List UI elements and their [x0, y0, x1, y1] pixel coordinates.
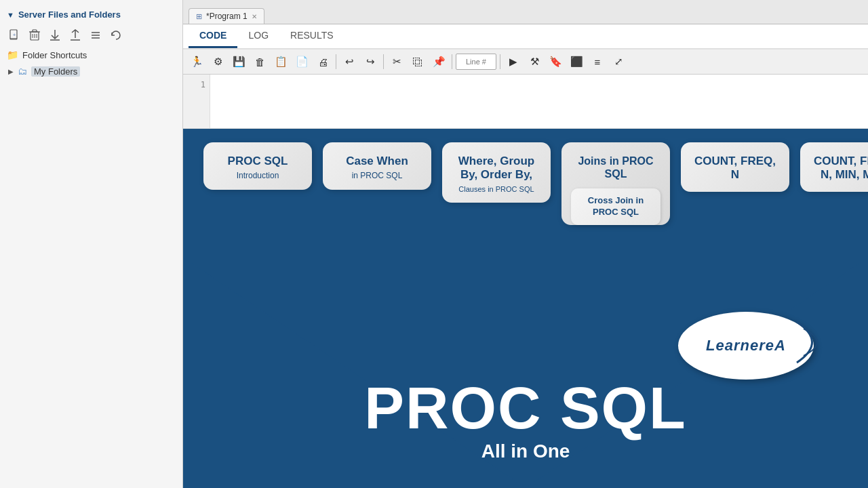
my-folders[interactable]: ▶ 🗂 My Folders [0, 63, 182, 79]
format-button[interactable]: 📄 [292, 52, 311, 71]
card-joins: Joins in PROC SQL Cross Join in PROC SQL [561, 142, 670, 225]
sidebar-header[interactable]: ▼ Server Files and Folders [0, 5, 182, 24]
options-button[interactable]: ⚙ [208, 52, 227, 71]
card-joins-subcard-title: Cross Join in PROC SQL [576, 195, 655, 218]
program-tab[interactable]: ⊞ *Program 1 ✕ [189, 8, 264, 24]
card-proc-sql-intro-title: PROC SQL [228, 155, 288, 168]
paste-button[interactable]: 📌 [429, 52, 448, 71]
sidebar-arrow-icon: ▼ [7, 11, 14, 19]
card-case-when-subtitle: in PROC SQL [352, 171, 403, 180]
tab-close-button[interactable]: ✕ [252, 13, 257, 20]
undo-button[interactable]: ↩ [340, 52, 359, 71]
line-input[interactable] [456, 54, 496, 70]
expand-icon: ▶ [8, 68, 14, 75]
toolbar-separator-3 [452, 54, 452, 69]
promo-subtitle: All in One [481, 441, 570, 462]
card-where-group: Where, Group By, Order By, Clauses in PR… [442, 142, 551, 203]
tab-label: *Program 1 [206, 12, 248, 21]
main-area: ⊞ *Program 1 ✕ CODE LOG RESULTS 🏃 ⚙ 💾 🗑 … [183, 0, 868, 488]
cut-button[interactable]: ✂ [387, 52, 406, 71]
new-file-button[interactable]: + [5, 26, 23, 44]
upload-button[interactable] [66, 26, 84, 44]
card-joins-subcard: Cross Join in PROC SQL [571, 188, 660, 225]
align-button[interactable]: ≡ [588, 52, 607, 71]
my-folders-icon: 🗂 [18, 66, 27, 77]
card-count-freq: COUNT, FREQ, N [681, 142, 789, 192]
line-number-1: 1 [183, 77, 205, 92]
toolbar-separator-1 [336, 54, 336, 69]
logo-ellipse: LearnereA [678, 312, 814, 380]
toolbar-separator-4 [500, 54, 500, 69]
folder-shortcuts[interactable]: 📁 Folder Shortcuts [0, 47, 182, 63]
promo-title: PROC SQL [364, 378, 687, 438]
folder-shortcuts-label: Folder Shortcuts [22, 50, 87, 60]
cards-row: PROC SQL Introduction Case When in PROC … [183, 129, 868, 225]
logo-area: LearnereA [678, 312, 814, 380]
tab-bar: ⊞ *Program 1 ✕ [183, 0, 868, 24]
tab-results[interactable]: RESULTS [279, 24, 344, 48]
card-count-freq-title: COUNT, FREQ, N [690, 155, 780, 182]
clear-button[interactable]: 🗑 [250, 52, 269, 71]
toolbar-separator-2 [383, 54, 384, 69]
download-button[interactable] [46, 26, 64, 44]
tools-button[interactable]: ⚒ [525, 52, 544, 71]
code-editor: 1 [183, 75, 868, 129]
line-numbers: 1 [183, 75, 210, 128]
folder-shortcuts-icon: 📁 [7, 49, 18, 60]
my-folders-label: My Folders [31, 66, 80, 77]
card-proc-sql-intro-subtitle: Introduction [237, 171, 279, 180]
delete-button[interactable] [26, 26, 43, 44]
redo-button[interactable]: ↪ [361, 52, 380, 71]
tab-log[interactable]: LOG [237, 24, 279, 48]
code-area[interactable] [210, 75, 868, 128]
list-view-button[interactable] [87, 26, 104, 44]
expand-button[interactable]: ⤢ [609, 52, 628, 71]
card-where-group-note: Clauses in PROC SQL [458, 185, 534, 193]
svg-text:+: + [13, 32, 16, 38]
card-joins-title: Joins in PROC SQL [571, 155, 660, 180]
promo-area: PROC SQL Introduction Case When in PROC … [183, 129, 868, 488]
card-count-freq-min: COUNT, FREQ, N, MIN, MAX [800, 142, 868, 192]
card-count-freq-min-title: COUNT, FREQ, N, MIN, MAX [810, 155, 868, 182]
sidebar-header-label: Server Files and Folders [18, 9, 121, 20]
tab-code[interactable]: CODE [189, 24, 237, 48]
view-tabs: CODE LOG RESULTS [183, 24, 868, 49]
bookmark-button[interactable]: 🔖 [546, 52, 565, 71]
copy-button[interactable]: ⿻ [408, 52, 427, 71]
marker-button[interactable]: ⬛ [567, 52, 586, 71]
card-case-when-title: Case When [346, 155, 408, 168]
refresh-button[interactable] [107, 26, 125, 44]
run-button[interactable]: 🏃 [187, 52, 206, 71]
clipboard-button[interactable]: 📋 [271, 52, 290, 71]
print-button[interactable]: 🖨 [313, 52, 332, 71]
save-button[interactable]: 💾 [229, 52, 248, 71]
tab-icon: ⊞ [196, 12, 202, 21]
card-where-group-title: Where, Group By, Order By, [452, 155, 541, 182]
svg-rect-5 [33, 30, 37, 32]
card-proc-sql-intro: PROC SQL Introduction [203, 142, 312, 190]
sidebar: ▼ Server Files and Folders + 📁 Folder Sh… [0, 0, 183, 488]
editor-toolbar: 🏃 ⚙ 💾 🗑 📋 📄 🖨 ↩ ↪ ✂ ⿻ 📌 ▶ ⚒ 🔖 ⬛ ≡ ⤢ [183, 49, 868, 75]
sidebar-toolbar: + [0, 24, 182, 47]
play-button[interactable]: ▶ [504, 52, 523, 71]
card-case-when: Case When in PROC SQL [323, 142, 431, 190]
logo-text: LearnereA [706, 337, 786, 354]
